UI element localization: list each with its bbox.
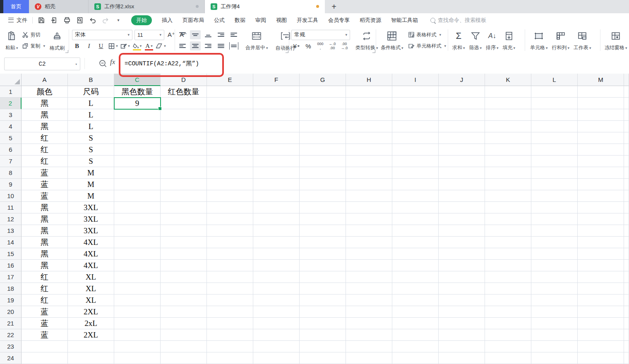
cell-A8[interactable]: 蓝 [22,167,68,179]
cell-F11[interactable] [253,202,300,213]
borders-button[interactable]: ▾ [108,41,118,51]
cell-L1[interactable] [531,86,578,98]
cell-A12[interactable]: 黑 [22,213,68,225]
cell-M1[interactable] [578,86,624,98]
cell-A21[interactable]: 蓝 [22,318,68,329]
format-painter-button[interactable]: 格式刷 [48,29,67,52]
cell-H2[interactable] [346,98,392,109]
cell-I16[interactable] [392,260,439,271]
fill-color-button[interactable]: ▾ [132,41,142,51]
cell-G11[interactable] [300,202,346,213]
tab-home[interactable]: 首页 [3,0,29,13]
justify-button[interactable] [216,41,226,50]
cell-E10[interactable] [207,190,253,202]
column-header-H[interactable]: H [346,74,392,86]
cell-K15[interactable] [485,248,531,260]
tab-docer[interactable]: V 稻壳 [29,0,89,13]
italic-button[interactable]: I [84,41,94,51]
cell-L12[interactable] [531,213,578,225]
cell-G21[interactable] [300,318,346,329]
cell-C12[interactable] [114,213,161,225]
cell-E11[interactable] [207,202,253,213]
cell-D23[interactable] [161,341,207,352]
sort-button[interactable]: A↓ 排序▾ [484,29,501,52]
cell-H10[interactable] [346,190,392,202]
name-box[interactable]: C2 ▾ [4,57,80,70]
cell-I23[interactable] [392,341,439,352]
cell-H17[interactable] [346,271,392,283]
cell-K18[interactable] [485,283,531,295]
cell-H13[interactable] [346,225,392,237]
cell-L17[interactable] [531,271,578,283]
cell-B4[interactable]: L [68,121,114,132]
cell-K16[interactable] [485,260,531,271]
cell-F14[interactable] [253,237,300,248]
align-top-button[interactable] [177,30,188,39]
cell-M2[interactable] [578,98,624,109]
cell-G24[interactable] [300,352,346,364]
cell-L18[interactable] [531,283,578,295]
menu-view[interactable]: 视图 [276,17,287,24]
cell-K11[interactable] [485,202,531,213]
cell-A14[interactable]: 黑 [22,237,68,248]
cell-F21[interactable] [253,318,300,329]
cell-A17[interactable]: 红 [22,271,68,283]
cell-C4[interactable] [114,121,161,132]
cell-B1[interactable]: 尺码 [68,86,114,98]
cell-style-button[interactable]: 单元格样式▾ [408,41,447,51]
cell-B24[interactable] [68,352,114,364]
cell-M21[interactable] [578,318,624,329]
cell-F18[interactable] [253,283,300,295]
cell-M23[interactable] [578,341,624,352]
cell-L6[interactable] [531,144,578,156]
thousand-separator-button[interactable]: 000, [315,41,325,51]
cell-K9[interactable] [485,179,531,190]
cell-E20[interactable] [207,306,253,318]
align-center-button[interactable] [190,41,201,50]
cell-A5[interactable]: 红 [22,132,68,144]
increase-indent-button[interactable] [228,30,239,39]
cell-D20[interactable] [161,306,207,318]
cell-B15[interactable]: 4XL [68,248,114,260]
row-header-4[interactable]: 4 [0,121,22,132]
merge-center-button[interactable]: 合并居中▾ [243,29,270,52]
row-header-7[interactable]: 7 [0,156,22,167]
cell-M5[interactable] [578,132,624,144]
dialog-launcher[interactable] [286,50,288,53]
decrease-decimal-button[interactable]: .00→.0 [339,41,349,51]
eraser-button[interactable]: ▾ [156,41,166,51]
row-header-8[interactable]: 8 [0,167,22,179]
cell-F22[interactable] [253,329,300,341]
cell-H5[interactable] [346,132,392,144]
cell-L21[interactable] [531,318,578,329]
cell-I8[interactable] [392,167,439,179]
cell-C15[interactable] [114,248,161,260]
cell-D21[interactable] [161,318,207,329]
cells-button[interactable]: 单元格▾ [528,29,550,52]
cell-A15[interactable]: 黑 [22,248,68,260]
cell-L13[interactable] [531,225,578,237]
cell-K5[interactable] [485,132,531,144]
cell-D13[interactable] [161,225,207,237]
cell-E16[interactable] [207,260,253,271]
row-header-20[interactable]: 20 [0,306,22,318]
cell-M13[interactable] [578,225,624,237]
cell-G10[interactable] [300,190,346,202]
freeze-panes-button[interactable]: 冻结窗格▾ [603,29,629,52]
cell-B11[interactable]: 3XL [68,202,114,213]
cell-B16[interactable]: 4XL [68,260,114,271]
cell-J24[interactable] [439,352,485,364]
cell-H16[interactable] [346,260,392,271]
command-search[interactable]: 查找命令、搜索模板 [430,17,486,24]
cell-A9[interactable]: 蓝 [22,179,68,190]
cell-M15[interactable] [578,248,624,260]
cell-H20[interactable] [346,306,392,318]
cell-G2[interactable] [300,98,346,109]
cell-M10[interactable] [578,190,624,202]
distribute-button[interactable] [228,41,239,50]
menu-review[interactable]: 审阅 [255,17,266,24]
cell-E14[interactable] [207,237,253,248]
cell-H19[interactable] [346,295,392,306]
cell-A22[interactable]: 蓝 [22,329,68,341]
cell-M19[interactable] [578,295,624,306]
